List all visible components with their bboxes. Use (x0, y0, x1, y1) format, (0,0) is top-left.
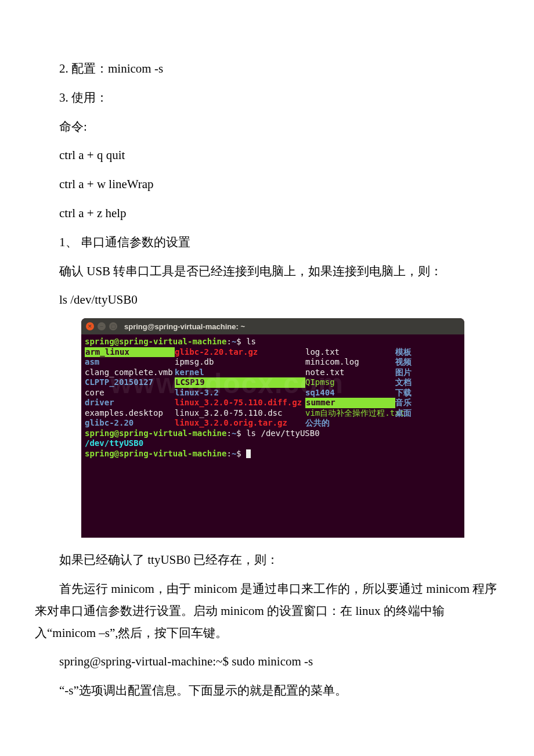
close-icon: ✕ (86, 322, 94, 330)
command-line: ctrl a + q quit (35, 145, 499, 167)
terminal-titlebar: ✕ – ▢ spring@spring-virtual-machine: ~ (81, 318, 464, 334)
terminal-title: spring@spring-virtual-machine: ~ (124, 322, 245, 331)
paragraph: 首先运行 minicom，由于 minicom 是通过串口来工作的，所以要通过 … (35, 578, 499, 644)
paragraph: 3. 使用： (35, 87, 499, 109)
minimize-icon: – (98, 322, 106, 330)
terminal-line: spring@spring-virtual-machine:~$ (85, 449, 461, 459)
paragraph: 2. 配置：minicom -s (35, 58, 499, 80)
document-page: 2. 配置：minicom -s 3. 使用： 命令: ctrl a + q q… (0, 0, 534, 744)
terminal-screenshot: ✕ – ▢ spring@spring-virtual-machine: ~ w… (81, 318, 464, 538)
terminal-output: /dev/ttyUSB0 (85, 438, 461, 449)
paragraph: 确认 USB 转串口工具是否已经连接到电脑上，如果连接到电脑上，则： (35, 261, 499, 283)
command-line: ctrl a + z help (35, 203, 499, 225)
terminal-body: www.bdocx.com spring@spring-virtual-mach… (81, 334, 464, 538)
command-line: ctrl a + w lineWrap (35, 174, 499, 196)
terminal-line: spring@spring-virtual-machine:~$ ls /dev… (85, 429, 461, 439)
paragraph: 命令: (35, 116, 499, 138)
terminal-line: spring@spring-virtual-machine:~$ ls (85, 337, 461, 347)
paragraph: “-s”选项调出配置信息。下面显示的就是配置的菜单。 (35, 680, 499, 702)
maximize-icon: ▢ (109, 322, 117, 330)
paragraph: 1、 串口通信参数的设置 (35, 232, 499, 254)
command-line: spring@spring-virtual-machine:~$ sudo mi… (35, 651, 499, 673)
command-line: ls /dev/ttyUSB0 (35, 289, 499, 311)
paragraph: 如果已经确认了 ttyUSB0 已经存在，则： (35, 549, 499, 571)
cursor-icon (246, 449, 251, 458)
ls-output: arm_linuxglibc-2.20.tar.gzlog.txt模板 asmi… (85, 347, 461, 429)
